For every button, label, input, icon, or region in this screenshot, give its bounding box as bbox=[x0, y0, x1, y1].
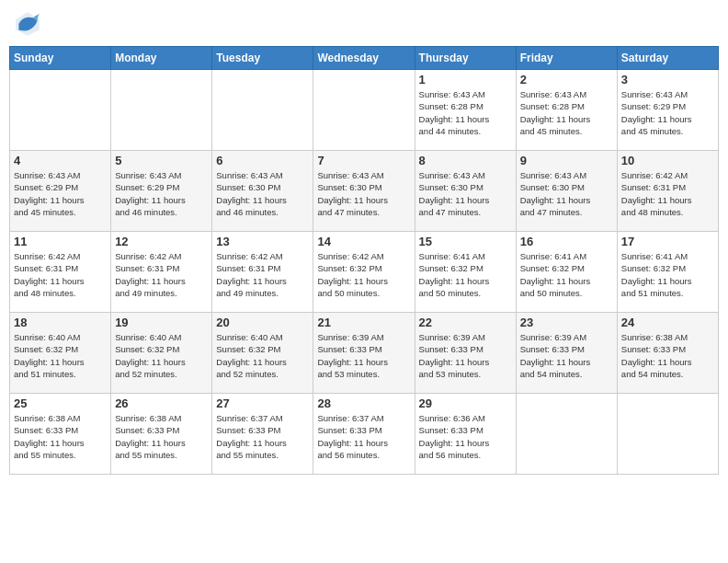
calendar-cell: 1Sunrise: 6:43 AM Sunset: 6:28 PM Daylig… bbox=[415, 70, 516, 151]
day-info: Sunrise: 6:37 AM Sunset: 6:33 PM Dayligh… bbox=[216, 412, 309, 461]
day-number: 19 bbox=[115, 316, 208, 329]
day-number: 8 bbox=[419, 154, 512, 167]
day-number: 2 bbox=[520, 73, 613, 86]
weekday-header-row: SundayMondayTuesdayWednesdayThursdayFrid… bbox=[10, 47, 719, 70]
day-number: 27 bbox=[216, 396, 309, 410]
calendar-cell: 17Sunrise: 6:41 AM Sunset: 6:32 PM Dayli… bbox=[617, 232, 718, 313]
day-info: Sunrise: 6:43 AM Sunset: 6:30 PM Dayligh… bbox=[317, 169, 410, 218]
page: SundayMondayTuesdayWednesdayThursdayFrid… bbox=[0, 0, 728, 563]
calendar-cell: 24Sunrise: 6:38 AM Sunset: 6:33 PM Dayli… bbox=[617, 313, 718, 394]
calendar-cell: 28Sunrise: 6:37 AM Sunset: 6:33 PM Dayli… bbox=[313, 394, 415, 475]
week-row-2: 4Sunrise: 6:43 AM Sunset: 6:29 PM Daylig… bbox=[10, 151, 719, 232]
day-number: 26 bbox=[115, 396, 208, 410]
calendar-cell: 18Sunrise: 6:40 AM Sunset: 6:32 PM Dayli… bbox=[10, 313, 111, 394]
calendar-cell: 3Sunrise: 6:43 AM Sunset: 6:29 PM Daylig… bbox=[617, 70, 718, 151]
weekday-header-friday: Friday bbox=[516, 47, 617, 70]
day-info: Sunrise: 6:37 AM Sunset: 6:33 PM Dayligh… bbox=[317, 412, 410, 461]
calendar-cell: 22Sunrise: 6:39 AM Sunset: 6:33 PM Dayli… bbox=[415, 313, 516, 394]
weekday-header-wednesday: Wednesday bbox=[313, 47, 415, 70]
day-info: Sunrise: 6:41 AM Sunset: 6:32 PM Dayligh… bbox=[520, 250, 613, 299]
calendar-cell: 29Sunrise: 6:36 AM Sunset: 6:33 PM Dayli… bbox=[415, 394, 516, 475]
day-info: Sunrise: 6:41 AM Sunset: 6:32 PM Dayligh… bbox=[621, 250, 714, 299]
calendar-cell: 21Sunrise: 6:39 AM Sunset: 6:33 PM Dayli… bbox=[313, 313, 415, 394]
calendar-cell: 23Sunrise: 6:39 AM Sunset: 6:33 PM Dayli… bbox=[516, 313, 617, 394]
calendar-cell: 26Sunrise: 6:38 AM Sunset: 6:33 PM Dayli… bbox=[111, 394, 212, 475]
day-info: Sunrise: 6:42 AM Sunset: 6:31 PM Dayligh… bbox=[216, 250, 309, 299]
calendar-cell: 5Sunrise: 6:43 AM Sunset: 6:29 PM Daylig… bbox=[111, 151, 212, 232]
day-info: Sunrise: 6:42 AM Sunset: 6:31 PM Dayligh… bbox=[115, 250, 208, 299]
day-number: 5 bbox=[115, 154, 208, 167]
day-number: 7 bbox=[317, 154, 410, 167]
day-number: 18 bbox=[14, 316, 107, 329]
calendar-cell: 12Sunrise: 6:42 AM Sunset: 6:31 PM Dayli… bbox=[111, 232, 212, 313]
day-info: Sunrise: 6:43 AM Sunset: 6:29 PM Dayligh… bbox=[14, 169, 107, 218]
logo-icon bbox=[13, 9, 42, 39]
calendar-cell: 25Sunrise: 6:38 AM Sunset: 6:33 PM Dayli… bbox=[10, 394, 111, 475]
calendar-cell bbox=[516, 394, 617, 475]
calendar-cell: 27Sunrise: 6:37 AM Sunset: 6:33 PM Dayli… bbox=[212, 394, 313, 475]
calendar-cell bbox=[10, 70, 111, 151]
day-number: 12 bbox=[115, 235, 208, 248]
logo bbox=[13, 9, 46, 39]
weekday-header-thursday: Thursday bbox=[415, 47, 516, 70]
day-info: Sunrise: 6:43 AM Sunset: 6:29 PM Dayligh… bbox=[115, 169, 208, 218]
calendar-cell: 2Sunrise: 6:43 AM Sunset: 6:28 PM Daylig… bbox=[516, 70, 617, 151]
calendar-table: SundayMondayTuesdayWednesdayThursdayFrid… bbox=[9, 46, 719, 475]
day-info: Sunrise: 6:43 AM Sunset: 6:28 PM Dayligh… bbox=[419, 88, 512, 137]
day-number: 24 bbox=[621, 316, 714, 329]
day-number: 3 bbox=[621, 73, 714, 86]
calendar-cell: 20Sunrise: 6:40 AM Sunset: 6:32 PM Dayli… bbox=[212, 313, 313, 394]
day-info: Sunrise: 6:38 AM Sunset: 6:33 PM Dayligh… bbox=[115, 412, 208, 461]
day-info: Sunrise: 6:43 AM Sunset: 6:30 PM Dayligh… bbox=[216, 169, 309, 218]
calendar-cell: 15Sunrise: 6:41 AM Sunset: 6:32 PM Dayli… bbox=[415, 232, 516, 313]
weekday-header-sunday: Sunday bbox=[10, 47, 111, 70]
day-number: 16 bbox=[520, 235, 613, 248]
calendar-cell bbox=[313, 70, 415, 151]
day-number: 17 bbox=[621, 235, 714, 248]
day-info: Sunrise: 6:41 AM Sunset: 6:32 PM Dayligh… bbox=[419, 250, 512, 299]
day-info: Sunrise: 6:42 AM Sunset: 6:31 PM Dayligh… bbox=[621, 169, 714, 218]
day-info: Sunrise: 6:43 AM Sunset: 6:28 PM Dayligh… bbox=[520, 88, 613, 137]
calendar-cell: 11Sunrise: 6:42 AM Sunset: 6:31 PM Dayli… bbox=[10, 232, 111, 313]
day-number: 13 bbox=[216, 235, 309, 248]
day-info: Sunrise: 6:38 AM Sunset: 6:33 PM Dayligh… bbox=[621, 331, 714, 380]
calendar-cell bbox=[617, 394, 718, 475]
day-info: Sunrise: 6:36 AM Sunset: 6:33 PM Dayligh… bbox=[419, 412, 512, 461]
calendar-cell: 14Sunrise: 6:42 AM Sunset: 6:32 PM Dayli… bbox=[313, 232, 415, 313]
day-number: 28 bbox=[317, 396, 410, 410]
calendar-cell: 8Sunrise: 6:43 AM Sunset: 6:30 PM Daylig… bbox=[415, 151, 516, 232]
week-row-1: 1Sunrise: 6:43 AM Sunset: 6:28 PM Daylig… bbox=[10, 70, 719, 151]
day-number: 29 bbox=[419, 396, 512, 410]
calendar-cell: 6Sunrise: 6:43 AM Sunset: 6:30 PM Daylig… bbox=[212, 151, 313, 232]
day-number: 23 bbox=[520, 316, 613, 329]
day-info: Sunrise: 6:43 AM Sunset: 6:29 PM Dayligh… bbox=[621, 88, 714, 137]
day-number: 9 bbox=[520, 154, 613, 167]
calendar-cell: 10Sunrise: 6:42 AM Sunset: 6:31 PM Dayli… bbox=[617, 151, 718, 232]
day-number: 10 bbox=[621, 154, 714, 167]
calendar-cell: 16Sunrise: 6:41 AM Sunset: 6:32 PM Dayli… bbox=[516, 232, 617, 313]
day-info: Sunrise: 6:43 AM Sunset: 6:30 PM Dayligh… bbox=[419, 169, 512, 218]
day-number: 1 bbox=[419, 73, 512, 86]
day-number: 21 bbox=[317, 316, 410, 329]
day-info: Sunrise: 6:43 AM Sunset: 6:30 PM Dayligh… bbox=[520, 169, 613, 218]
day-info: Sunrise: 6:42 AM Sunset: 6:31 PM Dayligh… bbox=[14, 250, 107, 299]
day-info: Sunrise: 6:38 AM Sunset: 6:33 PM Dayligh… bbox=[14, 412, 107, 461]
week-row-5: 25Sunrise: 6:38 AM Sunset: 6:33 PM Dayli… bbox=[10, 394, 719, 475]
day-info: Sunrise: 6:39 AM Sunset: 6:33 PM Dayligh… bbox=[419, 331, 512, 380]
calendar-cell: 19Sunrise: 6:40 AM Sunset: 6:32 PM Dayli… bbox=[111, 313, 212, 394]
day-number: 20 bbox=[216, 316, 309, 329]
day-number: 6 bbox=[216, 154, 309, 167]
weekday-header-tuesday: Tuesday bbox=[212, 47, 313, 70]
day-info: Sunrise: 6:40 AM Sunset: 6:32 PM Dayligh… bbox=[115, 331, 208, 380]
day-info: Sunrise: 6:40 AM Sunset: 6:32 PM Dayligh… bbox=[216, 331, 309, 380]
day-number: 14 bbox=[317, 235, 410, 248]
calendar-cell: 4Sunrise: 6:43 AM Sunset: 6:29 PM Daylig… bbox=[10, 151, 111, 232]
day-info: Sunrise: 6:39 AM Sunset: 6:33 PM Dayligh… bbox=[520, 331, 613, 380]
calendar-cell: 9Sunrise: 6:43 AM Sunset: 6:30 PM Daylig… bbox=[516, 151, 617, 232]
day-info: Sunrise: 6:39 AM Sunset: 6:33 PM Dayligh… bbox=[317, 331, 410, 380]
day-info: Sunrise: 6:40 AM Sunset: 6:32 PM Dayligh… bbox=[14, 331, 107, 380]
calendar-cell: 7Sunrise: 6:43 AM Sunset: 6:30 PM Daylig… bbox=[313, 151, 415, 232]
day-number: 25 bbox=[14, 396, 107, 410]
week-row-4: 18Sunrise: 6:40 AM Sunset: 6:32 PM Dayli… bbox=[10, 313, 719, 394]
calendar-cell bbox=[212, 70, 313, 151]
